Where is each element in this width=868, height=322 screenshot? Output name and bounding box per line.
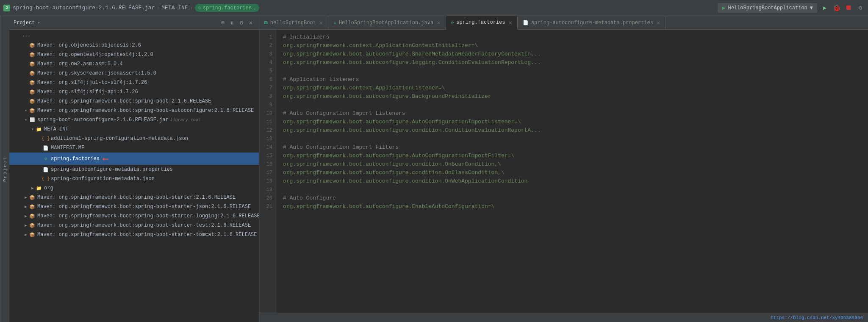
panel-title: Project ▾ [14,20,40,26]
meta-inf-folder[interactable]: ▾ 📁 META-INF [9,125,259,134]
list-item[interactable]: 📦 Maven: org.slf4j:slf4j-api:1.7.26 [9,87,259,97]
gear-icon[interactable]: ⚙ [238,19,245,27]
stop-button[interactable]: ⏹ [844,4,853,12]
list-item[interactable]: 📦 Maven: org.opentest4j:opentest4j:1.2.0 [9,50,259,59]
expand-icon[interactable]: ▶ [23,194,29,200]
tab-factories[interactable]: ⚙ spring.factories ✕ [446,16,518,30]
list-item[interactable]: ▶ 📦 Maven: org.springframework.boot:spri… [9,202,259,211]
expand-icon [23,42,29,48]
expand-icon [23,61,29,67]
list-item[interactable]: 📄 MANIFEST.MF [9,143,259,153]
close-panel-button[interactable]: ✕ [247,19,255,27]
expand-icon[interactable]: ▾ [23,108,29,114]
expand-icon[interactable]: ▶ [23,222,29,228]
code-line-15: org.springframework.boot.autoconfigure.A… [283,152,861,160]
code-line-17: org.springframework.boot.autoconfigure.c… [283,169,861,177]
code-line-19 [283,186,861,194]
code-line-13 [283,135,861,143]
arrow-annotation: ⟵ [103,153,108,164]
list-item[interactable]: ▶ 📦 Maven: org.springframework.boot:spri… [9,211,259,221]
expand-icon[interactable]: ▾ [30,126,36,132]
mf-icon: 📄 [42,144,49,151]
expand-icon [23,70,29,76]
expand-icon[interactable]: ▾ [23,117,29,123]
breadcrumb-jar: spring-boot-autoconfigure-2.1.6.RELEASE.… [13,5,155,11]
list-item[interactable]: ▶ 📦 Maven: org.springframework.boot:spri… [9,230,259,239]
list-item[interactable]: ▶ 📁 org [9,183,259,193]
tab-close-hello[interactable]: ✕ [319,19,323,26]
expand-icon [36,167,42,172]
pkg-icon: 📦 [29,98,36,105]
panel-chevron-icon[interactable]: ▾ [37,20,40,25]
library-root-badge: library root [170,118,201,122]
ellipsis-icon: ··· [23,33,30,39]
pkg-icon: 📦 [29,89,36,95]
code-line-20: # Auto Configure [283,194,861,203]
sync-button[interactable]: ⊕ [219,19,227,27]
tab-close-props[interactable]: ✕ [657,19,660,26]
debug-button[interactable]: 🐞 [832,4,841,12]
code-line-8: org.springframework.boot.autoconfigure.B… [283,92,861,101]
list-item[interactable]: { } additional-spring-configuration-meta… [9,134,259,143]
code-line-4: org.springframework.boot.autoconfigure.l… [283,58,861,67]
json-icon: { } [42,135,49,142]
editor-tabs: m helloSpringBoot ✕ ☕ HelloSpringBootApp… [259,16,868,30]
line-numbers: 1 2 3 4 5 6 7 8 9 10 11 12 13 14 15 16 1… [259,30,276,313]
expand-icon [36,156,42,162]
pkg-icon2: 📦 [29,194,36,201]
list-item[interactable]: 📦 Maven: org.slf4j:jul-to-slf4j:1.7.26 [9,78,259,87]
list-item[interactable]: 📄 spring-autoconfigure-metadata.properti… [9,165,259,174]
tab-java[interactable]: ☕ HelloSpringBootApplication.java ✕ [328,16,446,29]
expand-icon[interactable]: ▶ [30,185,36,191]
pkg-icon4: 📦 [29,213,36,219]
status-url[interactable]: https://blog.csdn.net/xy405580364 [771,315,863,320]
file-tree: ··· 📦 Maven: org.objenesis:objenesis:2.6… [9,30,259,322]
list-item[interactable]: ▾ 📦 Maven: org.springframework.boot:spri… [9,106,259,115]
tab-close-java[interactable]: ✕ [437,19,440,26]
code-line-5 [283,67,861,75]
status-bar: https://blog.csdn.net/xy405580364 [259,313,868,322]
tree-item-ellipsis[interactable]: ··· [9,31,259,41]
jar-file-icon: ⬜ [29,117,36,123]
json-icon2: { } [42,175,49,182]
code-line-11: org.springframework.boot.autoconfigure.A… [283,118,861,126]
list-item[interactable]: ▾ ⬜ spring-boot-autoconfigure-2.1.6.RELE… [9,115,259,125]
code-line-6: # Application Listeners [283,75,861,84]
breadcrumb-metainf: META-INF [161,5,188,11]
expand-icon [23,80,29,86]
list-item[interactable]: 📦 Maven: org.ow2.asm:asm:5.0.4 [9,59,259,69]
code-line-7: org.springframework.context.ApplicationL… [283,84,861,92]
run-config[interactable]: ▶ HelloSpringBootApplication ▼ [718,3,817,13]
expand-icon[interactable]: ▶ [23,213,29,219]
main-layout: Project Project ▾ ⊕ ⇅ ⚙ ✕ ··· [0,16,868,322]
code-line-10: # Auto Configuration Import Listeners [283,109,861,118]
project-panel: Project ▾ ⊕ ⇅ ⚙ ✕ ··· 📦 Maven: org.objen… [9,16,259,322]
code-line-12: org.springframework.boot.autoconfigure.c… [283,126,861,135]
run-button[interactable]: ▶ [821,4,829,12]
code-line-16: org.springframework.boot.autoconfigure.c… [283,160,861,169]
list-item[interactable]: ▶ 📦 Maven: org.springframework.boot:spri… [9,193,259,202]
tab-java-icon: ☕ [333,20,336,25]
expand-icon[interactable]: ▶ [23,232,29,238]
tab-props[interactable]: 📄 spring-autoconfigure-metadata.properti… [518,16,666,29]
sidebar-label[interactable]: Project [0,16,9,322]
breadcrumb-sep2: › [190,5,193,11]
expand-icon [23,89,29,95]
list-item[interactable]: ▶ 📦 Maven: org.springframework.boot:spri… [9,221,259,230]
spring-factories-item[interactable]: ⚙ spring.factories ⟵ [9,153,259,165]
editor-area: m helloSpringBoot ✕ ☕ HelloSpringBootApp… [259,16,868,322]
tab-hellospring[interactable]: m helloSpringBoot ✕ [259,16,328,29]
code-line-2: org.springframework.context.ApplicationC… [283,42,861,50]
list-item[interactable]: 📦 Maven: org.objenesis:objenesis:2.6 [9,41,259,50]
pkg-icon6: 📦 [29,231,36,238]
code-editor[interactable]: # Initializers org.springframework.conte… [276,30,868,313]
collapse-button[interactable]: ⇅ [228,19,236,27]
code-line-18: org.springframework.boot.autoconfigure.c… [283,177,861,186]
settings-button[interactable]: ⚙ [856,4,865,12]
expand-icon[interactable]: ▶ [23,204,29,210]
tab-close-factories[interactable]: ✕ [508,19,512,26]
list-item[interactable]: { } spring-configuration-metadata.json [9,174,259,183]
pkg-icon: 📦 [29,61,36,67]
list-item[interactable]: 📦 Maven: org.skyscreamer:jsonassert:1.5.… [9,69,259,78]
list-item[interactable]: 📦 Maven: org.springframework.boot:spring… [9,97,259,106]
